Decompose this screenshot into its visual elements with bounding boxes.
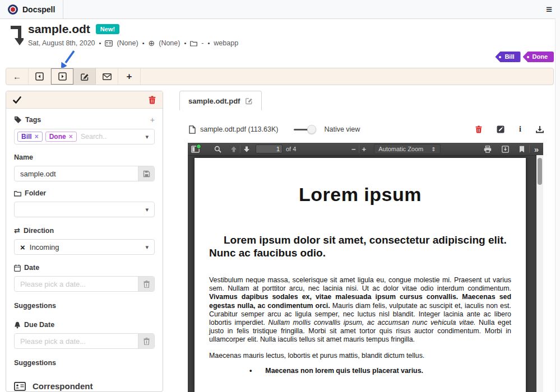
chevron-down-icon: ▾ bbox=[145, 244, 149, 251]
brand[interactable]: Docspell bbox=[0, 0, 63, 18]
file-icon bbox=[189, 125, 196, 134]
pdf-scrollbar[interactable] bbox=[536, 155, 543, 392]
zoom-out-icon[interactable]: − bbox=[351, 145, 356, 153]
list-bullet: • bbox=[249, 367, 252, 375]
delete-attachment-button[interactable] bbox=[475, 125, 482, 133]
folder-field-label: Folder bbox=[14, 189, 155, 197]
edit-extracted-view-button[interactable] bbox=[497, 125, 505, 133]
next-item-button[interactable] bbox=[51, 68, 73, 85]
tag-chip-done[interactable]: Done × bbox=[45, 132, 77, 142]
date-input[interactable] bbox=[15, 277, 138, 291]
back-button[interactable]: ← bbox=[6, 68, 29, 85]
top-navbar: Docspell ≡ bbox=[0, 0, 560, 19]
tag-label-done[interactable]: Done bbox=[523, 52, 554, 62]
date-input-group bbox=[14, 276, 155, 292]
attachment-tab-label: sample.odt.pdf bbox=[188, 97, 240, 105]
zoom-select-value: Automatic Zoom bbox=[378, 146, 423, 152]
brand-name: Docspell bbox=[22, 5, 55, 14]
item-toolbar: ← + bbox=[6, 68, 554, 85]
direction-label-text: Direction bbox=[24, 227, 54, 235]
panel-header bbox=[6, 91, 163, 109]
level-down-icon bbox=[9, 25, 24, 46]
page-number-input[interactable] bbox=[256, 144, 283, 153]
delete-item-button[interactable] bbox=[149, 96, 156, 104]
clear-date-button[interactable] bbox=[138, 277, 154, 291]
edit-item-button[interactable] bbox=[73, 68, 96, 85]
plus-icon: + bbox=[127, 71, 132, 82]
print-icon[interactable] bbox=[484, 146, 492, 153]
zoom-select[interactable]: Automatic Zoom ⇕ bbox=[374, 144, 440, 154]
tag-label-bill[interactable]: Bill bbox=[495, 52, 520, 62]
date-field-label: Date bbox=[14, 264, 155, 272]
zoom-in-icon[interactable]: + bbox=[362, 145, 367, 153]
docspell-app: Docspell ≡ sample.odt New! Sat, August 8… bbox=[0, 0, 560, 392]
separator-dot: • bbox=[99, 40, 101, 46]
due-date-label-text: Due Date bbox=[24, 321, 54, 329]
edit-icon bbox=[80, 72, 89, 81]
file-info-button[interactable]: i bbox=[519, 125, 521, 134]
tags-label-text: Tags bbox=[25, 116, 41, 124]
save-name-button[interactable] bbox=[138, 166, 154, 181]
arrow-left-icon: ← bbox=[13, 72, 21, 81]
pdf-scrollbar-thumb[interactable] bbox=[538, 158, 542, 185]
due-date-suggestions-label: Suggestions bbox=[14, 359, 155, 367]
page-up-icon[interactable] bbox=[230, 146, 237, 153]
attachment-tab[interactable]: sample.odt.pdf bbox=[179, 91, 262, 110]
id-card-icon bbox=[14, 382, 26, 391]
rename-attachment-icon[interactable] bbox=[245, 97, 253, 105]
tag-chips: Bill × Done × bbox=[15, 132, 77, 142]
pdf-paragraph: Maecenas mauris lectus, lobortis et puru… bbox=[209, 352, 511, 360]
tags-multiselect[interactable]: Bill × Done × Search.. ▾ bbox=[14, 129, 155, 144]
tags-field-label: Tags + bbox=[14, 115, 155, 124]
toolbar-more-icon[interactable]: » bbox=[534, 144, 539, 154]
direction-select[interactable]: × Incoming ▾ bbox=[14, 239, 155, 255]
sidebar-toggle-icon[interactable] bbox=[191, 146, 200, 153]
bookmark-icon[interactable] bbox=[519, 146, 525, 153]
docspell-logo-icon bbox=[8, 4, 18, 15]
direction-value-text: Incoming bbox=[30, 243, 59, 251]
page-scrollbar[interactable] bbox=[555, 18, 560, 392]
hamburger-menu-icon[interactable]: ≡ bbox=[546, 3, 552, 16]
times-icon[interactable]: × bbox=[20, 242, 25, 252]
pdf-page-content: Lorem ipsum Lorem ipsum dolor sit amet, … bbox=[195, 158, 526, 375]
find-icon[interactable] bbox=[214, 146, 221, 153]
correspondent-section-header: Correspondent bbox=[14, 381, 155, 392]
folder-select[interactable]: ▾ bbox=[14, 202, 155, 217]
remove-tag-icon[interactable]: × bbox=[35, 133, 39, 141]
add-tag-button[interactable]: + bbox=[150, 115, 155, 124]
pdf-paragraph: Vestibulum neque massa, scelerisque sit … bbox=[209, 276, 511, 344]
date-suggestions-label: Suggestions bbox=[14, 302, 155, 310]
separator-dot: • bbox=[207, 40, 210, 46]
tags-search-placeholder: Search.. bbox=[77, 133, 107, 141]
concerning-value: (None) bbox=[159, 39, 180, 47]
due-date-input-group bbox=[14, 333, 155, 349]
item-date: Sat, August 8th, 2020 bbox=[28, 39, 95, 47]
toggle-knob bbox=[307, 125, 316, 134]
address-card-icon bbox=[105, 40, 113, 46]
add-files-button[interactable]: + bbox=[118, 68, 141, 85]
page-down-icon[interactable] bbox=[243, 146, 250, 153]
download-icon[interactable] bbox=[502, 146, 509, 153]
name-field-label: Name bbox=[14, 153, 155, 161]
chip-text: Bill bbox=[21, 133, 32, 141]
native-view-label: Native view bbox=[324, 125, 360, 133]
chevron-down-icon[interactable]: ▾ bbox=[145, 133, 149, 141]
send-mail-button[interactable] bbox=[96, 68, 118, 85]
previous-item-button[interactable] bbox=[29, 68, 51, 85]
remove-tag-icon[interactable]: × bbox=[69, 133, 73, 141]
source-value: webapp bbox=[214, 39, 238, 47]
exchange-icon: ⇄ bbox=[14, 226, 20, 235]
page-count-label: of 4 bbox=[286, 146, 296, 152]
pdf-toolbar: of 4 − + Automatic Zoom ⇕ bbox=[188, 143, 543, 156]
item-title: sample.odt bbox=[28, 22, 90, 36]
due-date-input[interactable] bbox=[15, 334, 138, 348]
due-date-field-label: Due Date bbox=[14, 321, 155, 329]
name-input[interactable] bbox=[15, 166, 138, 181]
confirm-check-button[interactable] bbox=[13, 96, 21, 104]
item-meta-row: Sat, August 8th, 2020 • (None) • ⊕ (None… bbox=[28, 39, 238, 48]
clear-due-date-button[interactable] bbox=[138, 334, 154, 348]
native-view-toggle[interactable] bbox=[294, 125, 316, 134]
tag-chip-bill[interactable]: Bill × bbox=[17, 132, 43, 142]
edit-metadata-panel: Tags + Bill × Done × Search.. ▾ bbox=[6, 91, 163, 392]
download-file-button[interactable] bbox=[536, 125, 544, 133]
